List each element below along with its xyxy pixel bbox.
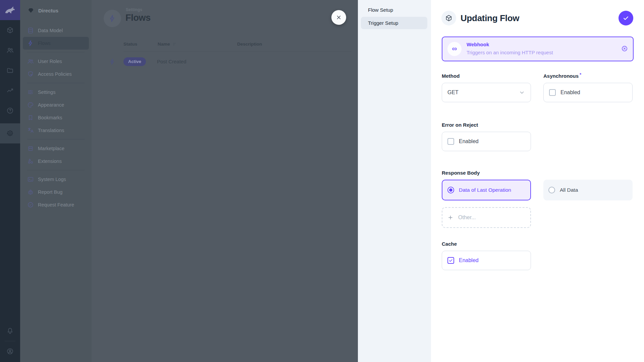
users-module-icon (6, 47, 14, 54)
flows-page: Settings Flows Status Name Description A… (92, 0, 358, 362)
insights-module-icon (6, 87, 14, 94)
radio-selected-icon (447, 187, 454, 193)
error-on-reject-field: Error on Reject Enabled (442, 122, 531, 151)
sidebar-item-translations[interactable]: Translations (23, 124, 89, 137)
gear-icon (6, 130, 14, 137)
project-name: Directus (38, 8, 58, 13)
database-icon (27, 27, 34, 34)
column-header-status[interactable]: Status (123, 42, 137, 47)
storefront-icon (27, 145, 34, 152)
asynchronous-checkbox-label: Enabled (560, 89, 580, 96)
cache-checkbox-row[interactable]: Enabled (442, 251, 531, 270)
users-icon (27, 58, 34, 65)
webhook-icon-circle (447, 42, 462, 56)
response-option-all-data[interactable]: All Data (543, 180, 633, 200)
response-option-other[interactable]: Other... (442, 207, 531, 228)
drawer-title: Updating Flow (461, 13, 519, 23)
content-module-icon (6, 26, 14, 34)
module-insights[interactable] (0, 80, 20, 101)
sidebar-item-user-roles[interactable]: User Roles (23, 55, 89, 68)
asynchronous-checkbox[interactable] (549, 89, 556, 96)
method-dropdown[interactable]: GET (442, 83, 531, 102)
page-title-icon-circle (104, 10, 121, 27)
sidebar-item-system-logs[interactable]: System Logs (23, 173, 89, 186)
required-mark: * (580, 72, 581, 78)
save-button[interactable] (619, 11, 633, 25)
settings-navigation: Directus Data Model Flows User Roles Acc… (20, 0, 92, 362)
sidebar-item-bookmarks[interactable]: Bookmarks (23, 111, 89, 124)
drawer-title-icon-circle (441, 11, 456, 25)
user-avatar-icon (6, 348, 14, 355)
module-files[interactable] (0, 60, 20, 80)
avatar-button[interactable] (0, 341, 20, 361)
nav-divider (27, 83, 85, 83)
bell-icon (6, 327, 14, 335)
files-module-icon (6, 67, 14, 74)
module-users[interactable] (0, 40, 20, 60)
sidebar-item-access-policies[interactable]: Access Policies (23, 68, 89, 80)
response-body-field: Response Body (442, 170, 531, 176)
error-on-reject-checkbox[interactable] (447, 138, 454, 145)
breadcrumb[interactable]: Settings (126, 7, 142, 12)
drawer-nav-flow-setup[interactable]: Flow Setup (361, 4, 427, 16)
error-on-reject-checkbox-label: Enabled (459, 138, 479, 144)
close-icon (336, 14, 342, 20)
flow-row-icon (109, 58, 116, 65)
help-module-icon (6, 107, 14, 114)
sort-icon (172, 42, 177, 47)
project-header[interactable]: Directus (20, 0, 92, 21)
sidebar-item-data-model[interactable]: Data Model (23, 24, 89, 37)
sidebar-item-appearance[interactable]: Appearance (23, 99, 89, 111)
link-icon (451, 46, 458, 52)
flow-name: Post Created (157, 59, 186, 64)
module-content[interactable] (0, 20, 20, 40)
module-settings[interactable] (0, 123, 20, 143)
sidebar-item-extensions[interactable]: Extensions (23, 155, 89, 168)
module-docs[interactable] (0, 101, 20, 121)
asynchronous-checkbox-row[interactable]: Enabled (543, 83, 633, 102)
shield-icon (27, 71, 34, 77)
cache-checkbox[interactable] (447, 257, 454, 264)
column-header-name[interactable]: Name (158, 42, 177, 47)
asynchronous-field: Asynchronous * Enabled (543, 73, 633, 102)
directus-rabbit-icon (4, 4, 16, 16)
remove-trigger-icon[interactable] (621, 45, 628, 52)
bolt-icon (27, 40, 34, 47)
close-drawer-button[interactable] (331, 10, 346, 25)
method-label: Method (442, 73, 531, 79)
project-gem-icon (28, 7, 34, 14)
radio-unselected-icon (548, 187, 555, 193)
checkmark-icon (448, 258, 453, 263)
cache-label: Cache (442, 241, 531, 247)
error-on-reject-checkbox-row[interactable]: Enabled (442, 132, 531, 151)
directus-logo-button[interactable] (0, 0, 20, 20)
bolt-icon (108, 14, 116, 22)
method-field: Method GET (442, 73, 531, 102)
sidebar-item-flows[interactable]: Flows (23, 37, 89, 50)
response-body-label: Response Body (442, 170, 531, 176)
sidebar-item-report-bug[interactable]: Report Bug (23, 186, 89, 198)
nav-divider (27, 170, 85, 170)
extensions-icon (27, 158, 34, 165)
sidebar-item-settings[interactable]: Settings (23, 86, 89, 99)
column-header-description[interactable]: Description (237, 42, 262, 47)
module-bar (0, 0, 20, 362)
sidebar-item-request-feature[interactable]: Request Feature (23, 198, 89, 211)
chevron-down-icon (519, 89, 525, 96)
cube-icon (445, 14, 452, 22)
translate-icon (27, 127, 34, 134)
cache-field: Cache Enabled (442, 241, 531, 270)
check-icon (623, 15, 629, 21)
bug-icon (27, 189, 34, 195)
directus-app: Directus Data Model Flows User Roles Acc… (0, 0, 644, 362)
nav-divider (27, 52, 85, 52)
terminal-icon (27, 176, 34, 183)
trigger-type-card[interactable]: Webhook Triggers on an incoming HTTP req… (442, 37, 634, 61)
response-option-data-of-last-operation[interactable]: Data of Last Operation (442, 180, 531, 200)
notifications-button[interactable] (0, 321, 20, 341)
cache-checkbox-label: Enabled (459, 257, 479, 263)
nav-list: Data Model Flows User Roles Access Polic… (20, 21, 92, 211)
sidebar-item-marketplace[interactable]: Marketplace (23, 142, 89, 155)
drawer-nav-trigger-setup[interactable]: Trigger Setup (361, 17, 427, 29)
method-value: GET (447, 89, 459, 96)
